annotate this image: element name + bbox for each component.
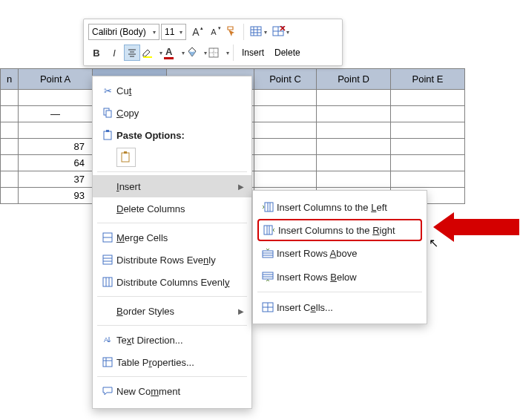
cell[interactable] (1, 90, 19, 106)
cell[interactable] (1, 188, 19, 204)
cell[interactable] (254, 155, 317, 171)
arrow-stem (452, 219, 519, 235)
text-direction-item[interactable]: A Text Direction... (93, 329, 251, 351)
insert-item[interactable]: Insert ▶ (93, 175, 251, 197)
cell[interactable]: — (19, 106, 93, 122)
border-styles-item[interactable]: Border Styles ▶ (93, 300, 251, 322)
mini-toolbar: Calibri (Body)▾ 11▾ A▴ A▾ ▾ ▾ B I ▾ A▾ ▾… (83, 19, 343, 66)
borders-icon[interactable]: ▾ (208, 45, 229, 61)
insert-table-icon[interactable]: ▾ (248, 24, 269, 40)
shading-icon[interactable]: ▾ (186, 45, 207, 61)
italic-button[interactable]: I (106, 45, 122, 61)
cell[interactable]: 93 (19, 188, 93, 204)
svg-rect-20 (104, 131, 111, 140)
cell[interactable] (1, 171, 19, 188)
col-header[interactable]: Point A (19, 69, 93, 90)
dist-rows-item[interactable]: Distribute Rows Evenly (93, 249, 251, 271)
cell[interactable]: 64 (19, 155, 93, 171)
paste-options-header: Paste Options: (93, 124, 251, 146)
svg-rect-0 (251, 27, 261, 36)
col-header[interactable]: Point C (254, 69, 317, 90)
cell[interactable] (317, 90, 391, 106)
cell[interactable] (391, 171, 465, 188)
cut-label: Cut (116, 85, 244, 96)
grow-font-icon[interactable]: A▴ (188, 24, 204, 40)
cell[interactable] (317, 122, 391, 139)
insert-rows-above-icon (259, 248, 277, 258)
delete-columns-item[interactable]: Delete Columns (93, 197, 251, 220)
font-size-select[interactable]: 11▾ (161, 24, 186, 40)
cut-item[interactable]: ✂ Cut (93, 79, 251, 102)
cell[interactable] (254, 139, 317, 155)
insert-cols-left-item[interactable]: Insert Columns to the Left (253, 195, 427, 219)
svg-rect-42 (263, 251, 273, 257)
chevron-down-icon: ▾ (264, 29, 267, 36)
font-name-select[interactable]: Calibri (Body)▾ (88, 24, 159, 40)
cell[interactable] (254, 90, 317, 106)
copy-item[interactable]: Copy (93, 102, 251, 124)
svg-rect-23 (124, 151, 127, 154)
merge-cells-item[interactable]: Merge Cells (93, 226, 251, 249)
dist-rows-label: Distribute Rows Evenly (116, 255, 244, 266)
cell[interactable] (391, 139, 465, 155)
cell[interactable] (1, 155, 19, 171)
insert-rows-below-item[interactable]: Insert Rows Below (253, 265, 427, 289)
col-header[interactable]: n (1, 69, 19, 90)
cell[interactable] (317, 171, 391, 188)
shrink-font-icon[interactable]: A▾ (205, 24, 222, 40)
insert-rows-above-item[interactable]: Insert Rows Above (253, 241, 427, 265)
delete-button[interactable]: Delete (270, 45, 305, 61)
cell[interactable] (19, 122, 93, 139)
svg-rect-33 (103, 358, 112, 367)
chevron-down-icon: ▾ (286, 29, 289, 36)
comment-icon (99, 386, 116, 396)
cell[interactable]: 37 (19, 171, 93, 188)
cell[interactable] (391, 122, 465, 139)
font-color-icon[interactable]: A▾ (164, 45, 185, 61)
dist-cols-item[interactable]: Distribute Columns Evenly (93, 271, 251, 293)
col-header[interactable]: Point D (317, 69, 391, 90)
cell[interactable] (317, 106, 391, 122)
distribute-cols-icon (99, 277, 116, 287)
divider (97, 325, 247, 326)
insert-cells-item[interactable]: Insert Cells... (253, 295, 427, 319)
highlight-color-icon[interactable]: ▾ (142, 45, 162, 61)
new-comment-item[interactable]: New Comment (93, 380, 251, 402)
cell[interactable] (254, 171, 317, 188)
chevron-down-icon: ▾ (153, 29, 156, 36)
cell[interactable] (254, 122, 317, 139)
paste-keep-source-icon[interactable] (116, 148, 136, 167)
insert-cols-left-icon (259, 202, 277, 212)
cell[interactable] (391, 90, 465, 106)
merge-cells-label: Merge Cells (116, 232, 244, 243)
cell[interactable] (1, 139, 19, 155)
cell[interactable] (1, 106, 19, 122)
insert-rows-below-label: Insert Rows Below (277, 272, 419, 283)
cell[interactable] (19, 90, 93, 106)
divider (97, 296, 247, 297)
bold-button[interactable]: B (88, 45, 105, 61)
format-painter-icon[interactable] (223, 24, 240, 40)
cell[interactable] (254, 106, 317, 122)
chevron-down-icon: ▾ (204, 50, 207, 56)
insert-label: Insert (116, 181, 238, 192)
cell[interactable]: 87 (19, 139, 93, 155)
paste-options-row (93, 146, 251, 168)
font-name-value: Calibri (Body) (92, 27, 146, 37)
svg-rect-22 (122, 153, 129, 162)
col-header[interactable]: Point E (391, 69, 465, 90)
svg-rect-39 (264, 226, 272, 234)
cell[interactable] (317, 155, 391, 171)
insert-button[interactable]: Insert (237, 45, 269, 61)
separator (243, 24, 244, 40)
delete-table-icon[interactable]: ▾ (270, 24, 291, 40)
cell[interactable] (1, 122, 19, 139)
insert-cols-right-item[interactable]: Insert Columns to the Right (257, 219, 422, 241)
cell[interactable] (317, 139, 391, 155)
table-properties-item[interactable]: Table Properties... (93, 351, 251, 373)
cell[interactable] (391, 155, 465, 171)
cell[interactable] (391, 106, 465, 122)
mini-toolbar-row2: B I ▾ A▾ ▾ ▾ Insert Delete (88, 43, 338, 62)
divider (97, 171, 247, 172)
align-center-icon[interactable] (124, 45, 140, 61)
